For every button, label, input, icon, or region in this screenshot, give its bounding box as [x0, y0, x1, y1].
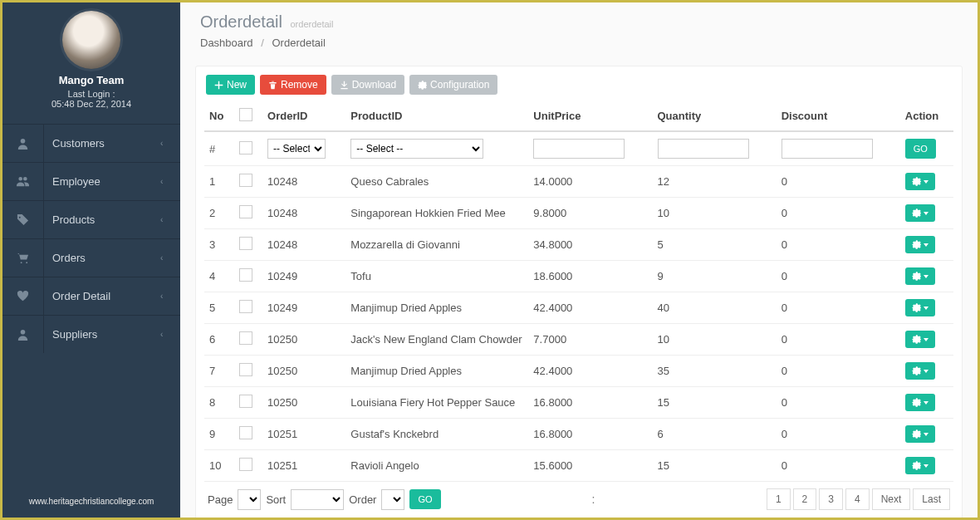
config-button[interactable]: Configuration	[409, 75, 497, 95]
row-action-button[interactable]	[905, 236, 935, 253]
cell-orderid: 10248	[262, 229, 345, 261]
pagination: 1234NextLast	[767, 488, 950, 510]
row-action-button[interactable]	[905, 173, 935, 190]
sidebar-item-order-detail[interactable]: Order Detail‹	[2, 277, 180, 315]
caret-down-icon	[924, 275, 929, 278]
chevron-left-icon: ‹	[160, 177, 180, 186]
row-checkbox[interactable]	[239, 458, 252, 471]
row-checkbox[interactable]	[239, 363, 252, 376]
gear-icon	[418, 81, 427, 90]
row-checkbox[interactable]	[239, 174, 252, 187]
row-action-button[interactable]	[905, 362, 935, 380]
pager-go-button[interactable]: GO	[409, 489, 440, 509]
checkbox-header[interactable]	[239, 108, 252, 121]
page-2[interactable]: 2	[793, 488, 817, 510]
gear-icon	[912, 398, 921, 407]
gear-icon	[912, 208, 921, 218]
cell-disc: 0	[777, 261, 900, 292]
chevron-left-icon: ‹	[160, 330, 180, 339]
cell-qty: 12	[653, 166, 777, 198]
order-select[interactable]	[381, 489, 404, 510]
page-next[interactable]: Next	[872, 488, 911, 510]
new-label: New	[227, 79, 247, 91]
discount-filter[interactable]	[782, 139, 873, 159]
col-no: No	[204, 101, 234, 131]
sidebar-item-suppliers[interactable]: Suppliers‹	[2, 315, 180, 353]
cell-qty: 5	[653, 229, 777, 261]
sort-select[interactable]	[291, 489, 344, 510]
cell-orderid: 10248	[262, 198, 345, 229]
page-4[interactable]: 4	[845, 488, 870, 510]
filter-row: # -- Select -- -- Select -- GO	[204, 131, 953, 166]
trash-icon	[268, 81, 277, 90]
breadcrumb-sep: /	[261, 37, 264, 49]
checkbox-all[interactable]	[239, 141, 252, 155]
cell-product: Gustaf's Knckebrd	[345, 419, 528, 450]
row-checkbox[interactable]	[239, 205, 252, 218]
download-label: Download	[352, 79, 396, 91]
cell-no: 6	[204, 324, 234, 356]
row-checkbox[interactable]	[239, 268, 252, 282]
avatar	[62, 11, 120, 69]
cell-no: 3	[204, 229, 234, 261]
cell-product: Manjimup Dried Apples	[345, 356, 528, 387]
cell-product: Tofu	[345, 261, 528, 292]
page-label: Page	[208, 493, 233, 506]
col-discount: Discount	[777, 101, 900, 131]
nav-label: Products	[44, 213, 160, 226]
nav-label: Suppliers	[44, 328, 160, 341]
row-action-button[interactable]	[905, 331, 935, 348]
cell-no: 10	[204, 450, 234, 482]
cell-product: Mozzarella di Giovanni	[345, 229, 528, 261]
cell-no: 7	[204, 356, 234, 387]
quantity-filter[interactable]	[658, 139, 749, 159]
table-row: 310248Mozzarella di Giovanni34.800050	[204, 229, 953, 261]
user-icon	[2, 125, 44, 162]
page-last[interactable]: Last	[913, 488, 950, 510]
col-orderid: OrderID	[262, 101, 345, 131]
config-label: Configuration	[430, 79, 489, 91]
row-action-button[interactable]	[905, 204, 935, 222]
page-3[interactable]: 3	[819, 488, 843, 510]
row-action-button[interactable]	[905, 394, 935, 411]
cell-disc: 0	[777, 229, 900, 261]
page-1[interactable]: 1	[767, 488, 791, 510]
orderid-filter[interactable]: -- Select --	[267, 139, 326, 159]
unitprice-filter[interactable]	[533, 139, 625, 159]
table-row: 610250Jack's New England Clam Chowder7.7…	[204, 324, 953, 356]
last-login-label: Last Login :	[2, 89, 180, 99]
filter-go-button[interactable]: GO	[905, 139, 936, 159]
cell-disc: 0	[777, 419, 900, 450]
remove-button[interactable]: Remove	[260, 75, 326, 95]
gear-icon	[912, 303, 921, 312]
content-panel: New Remove Download Configuration NoOrde	[195, 66, 963, 518]
row-checkbox[interactable]	[239, 395, 252, 408]
row-checkbox[interactable]	[239, 237, 252, 250]
sidebar-item-customers[interactable]: Customers‹	[2, 124, 180, 162]
download-button[interactable]: Download	[331, 75, 404, 95]
cart-icon	[2, 239, 44, 277]
sidebar-item-products[interactable]: Products‹	[2, 200, 180, 238]
caret-down-icon	[924, 180, 929, 184]
sidebar-item-employee[interactable]: Employee‹	[2, 162, 180, 200]
row-action-button[interactable]	[905, 425, 935, 443]
cell-price: 18.6000	[528, 261, 652, 292]
sidebar-item-orders[interactable]: Orders‹	[2, 238, 180, 277]
row-checkbox[interactable]	[239, 426, 252, 439]
row-checkbox[interactable]	[239, 300, 252, 313]
new-button[interactable]: New	[206, 75, 255, 95]
cell-no: 1	[204, 166, 234, 198]
page-select[interactable]	[238, 489, 261, 510]
row-action-button[interactable]	[905, 267, 935, 285]
breadcrumb-item[interactable]: Dashboard	[200, 37, 253, 49]
cell-product: Ravioli Angelo	[345, 450, 528, 482]
row-action-button[interactable]	[905, 457, 935, 474]
tag-icon	[2, 201, 44, 238]
row-checkbox[interactable]	[239, 331, 252, 345]
profile-block: Mango Team Last Login : 05:48 Dec 22, 20…	[2, 2, 180, 124]
productid-filter[interactable]: -- Select --	[350, 139, 483, 159]
title-sub: orderdetail	[291, 19, 334, 29]
cell-no: 2	[204, 198, 234, 229]
order-label: Order	[349, 493, 376, 506]
row-action-button[interactable]	[905, 299, 935, 316]
